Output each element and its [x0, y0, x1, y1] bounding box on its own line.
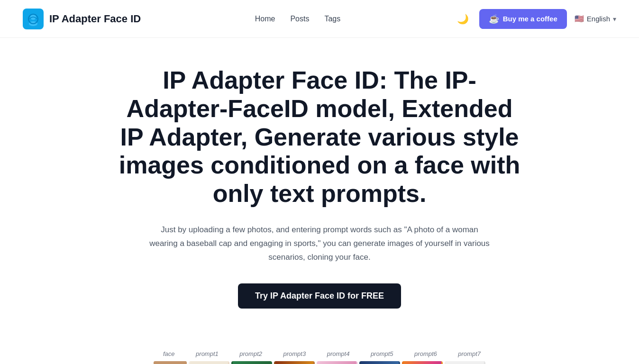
dark-mode-toggle[interactable]: 🌙: [455, 10, 472, 27]
nav-right: 🌙 ☕ Buy me a coffee 🇺🇸 English ▾: [455, 9, 616, 29]
demo-image-prompt6: [402, 361, 443, 364]
demo-strip: face prompt1 prompt2 prompt3 prompt4 pro…: [0, 350, 639, 364]
language-label: English: [587, 15, 610, 23]
demo-image-face: [154, 361, 187, 364]
svg-rect-36: [318, 361, 356, 364]
demo-image-prompt1: [189, 361, 229, 364]
site-logo[interactable]: IP Adapter Face ID: [23, 9, 141, 29]
language-flag: 🇺🇸: [575, 14, 584, 23]
cta-button[interactable]: Try IP Adapter Face ID for FREE: [238, 283, 401, 309]
language-selector[interactable]: 🇺🇸 English ▾: [575, 14, 616, 23]
demo-image-prompt5: [359, 361, 400, 364]
svg-rect-11: [190, 361, 228, 364]
moon-icon: 🌙: [457, 13, 469, 25]
buy-coffee-button[interactable]: ☕ Buy me a coffee: [479, 9, 567, 29]
demo-image-prompt7: [445, 361, 485, 364]
demo-label-p1: prompt1: [196, 350, 219, 357]
navbar: IP Adapter Face ID Home Posts Tags 🌙 ☕ B…: [0, 0, 639, 38]
demo-label-p6: prompt6: [414, 350, 437, 357]
nav-home[interactable]: Home: [255, 15, 275, 23]
nav-links: Home Posts Tags: [255, 15, 341, 23]
buy-coffee-label: Buy me a coffee: [503, 15, 557, 23]
svg-rect-29: [275, 361, 313, 364]
logo-text: IP Adapter Face ID: [49, 13, 141, 25]
svg-rect-46: [361, 361, 399, 364]
coffee-icon: ☕: [489, 14, 499, 24]
demo-label-p7: prompt7: [458, 350, 481, 357]
demo-images-row: [154, 361, 485, 364]
demo-label-p3: prompt3: [283, 350, 306, 357]
logo-icon: [23, 9, 44, 29]
svg-rect-64: [446, 361, 484, 364]
demo-image-prompt4: [317, 361, 357, 364]
demo-image-prompt2: [231, 361, 272, 364]
demo-labels: face prompt1 prompt2 prompt3 prompt4 pro…: [158, 350, 481, 357]
nav-tags[interactable]: Tags: [324, 15, 340, 23]
demo-label-p4: prompt4: [327, 350, 350, 357]
demo-label-p2: prompt2: [239, 350, 262, 357]
svg-rect-4: [154, 361, 187, 364]
svg-rect-21: [233, 361, 271, 364]
svg-rect-55: [403, 361, 441, 364]
demo-image-prompt3: [274, 361, 315, 364]
hero-section: IP Adapter Face ID: The IP-Adapter-FaceI…: [0, 38, 639, 350]
chevron-down-icon: ▾: [613, 15, 616, 23]
hero-description: Just by uploading a few photos, and ente…: [149, 223, 490, 264]
hero-title: IP Adapter Face ID: The IP-Adapter-FaceI…: [116, 66, 523, 208]
nav-posts[interactable]: Posts: [290, 15, 309, 23]
demo-label-face: face: [163, 350, 175, 357]
demo-label-p5: prompt5: [371, 350, 393, 357]
